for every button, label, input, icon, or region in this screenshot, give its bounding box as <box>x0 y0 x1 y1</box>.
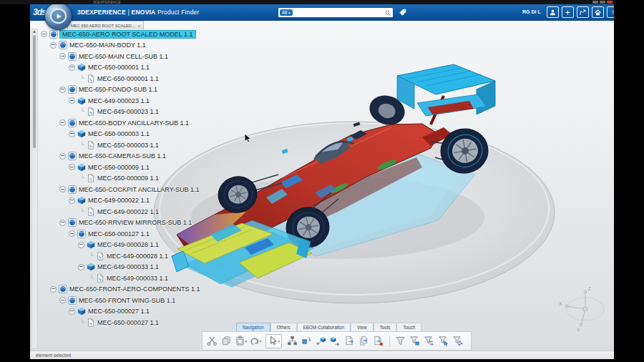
add-icon[interactable] <box>562 6 574 18</box>
select-cursor-dropdown-caret[interactable]: ▾ <box>278 339 280 343</box>
tree-expander[interactable] <box>68 131 75 137</box>
tree-expander[interactable] <box>59 186 66 192</box>
close-button[interactable] <box>607 1 613 4</box>
tree-expander[interactable] <box>59 220 66 226</box>
tree-row[interactable]: └MEC-650-000003 1.1 <box>40 140 200 151</box>
import-part-button[interactable] <box>328 335 342 348</box>
tree-row[interactable]: MEC-650-RRVIEW MIRRORS-SUB 1.1 <box>40 217 200 229</box>
product-icon <box>77 230 86 238</box>
maximize-button[interactable] <box>600 1 605 4</box>
tree-row[interactable]: └MEC-650-000027 1.1 <box>40 317 200 328</box>
filter-button[interactable] <box>394 335 407 348</box>
tree-expander[interactable] <box>59 87 66 93</box>
tree-row[interactable]: └MEC-649-000033 1.1 <box>40 273 200 284</box>
play-icon[interactable]: ▶ <box>50 9 67 24</box>
tree-row[interactable]: MEC-650-000027 1.1 <box>40 306 200 318</box>
tree-item-label: MEC-650-AERO ROOT SCALED MODEL 1.1 <box>60 31 195 38</box>
tree-item-label: MEC-650-000003 1.1 <box>97 142 159 149</box>
tree-row[interactable]: MEC-650-000003 1.1 <box>40 129 200 140</box>
replace-version-button[interactable] <box>300 335 313 348</box>
tree-row[interactable]: MEC-650-FRONT-AERO-COMPONENTS 1.1 <box>40 284 200 295</box>
filter-refresh-button[interactable] <box>422 335 436 348</box>
tree-expander[interactable] <box>68 308 75 315</box>
search-input[interactable] <box>293 9 384 16</box>
cut-button[interactable] <box>205 335 219 348</box>
copy-button[interactable] <box>220 335 233 348</box>
toolbar-tab-others[interactable]: Others <box>270 323 297 331</box>
tree-row[interactable]: MEC-650-MAIN CELL-SUB 1.1 <box>40 51 200 62</box>
tree-expander[interactable] <box>68 64 75 71</box>
tree-row[interactable]: MEC-649-000033 1.1 <box>40 262 200 273</box>
tree-row[interactable]: MEC-649-000022 1.1 <box>40 195 200 207</box>
tree-expander[interactable] <box>68 97 75 104</box>
tree-row[interactable]: MEC-650-BODY ANCILLARY-SUB 1.1 <box>40 117 200 129</box>
search-scope-dropdown[interactable]: All▾ <box>280 9 293 16</box>
tree-expander[interactable] <box>49 42 57 49</box>
tree-row[interactable]: MEC-649-000028 1.1 <box>40 240 200 251</box>
tree-row[interactable]: MEC-650-000001 1.1 <box>40 62 200 74</box>
undo-button[interactable]: ▾ <box>248 335 262 348</box>
tree-row[interactable]: MEC-649-000023 1.1 <box>40 95 200 107</box>
tree-expander[interactable] <box>40 31 47 37</box>
tree-structure-button[interactable] <box>286 335 299 348</box>
tree-row[interactable]: MEC-650-COCKPIT ANCILLARY-SUB 1.1 <box>40 184 200 195</box>
tree-connector: └ <box>87 253 94 259</box>
user-avatar-icon[interactable] <box>547 6 559 18</box>
tree-expander[interactable] <box>49 286 57 293</box>
export-page-button[interactable] <box>343 335 356 348</box>
filter-select-button[interactable] <box>436 335 450 348</box>
tree-row[interactable]: └MEC-650-000001 1.1 <box>40 73 200 84</box>
tree-row[interactable]: MEC-650-FRONT WING-SUB 1.1 <box>40 295 200 306</box>
filter-graph-button[interactable] <box>451 335 464 348</box>
tree-row[interactable]: MEC-650-MAIN-BODY 1.1 <box>40 40 200 52</box>
tree-row[interactable]: MEC-650-000127 1.1 <box>40 228 200 240</box>
tree-row[interactable]: └MEC-650-000009 1.1 <box>40 173 200 185</box>
toolbar-tab-navigation[interactable]: Navigation <box>236 323 270 331</box>
tree-row[interactable]: └MEC-649-000028 1.1 <box>40 250 200 262</box>
tree-row[interactable]: MEC-650-AERO ROOT SCALED MODEL 1.1 <box>40 29 200 40</box>
tag-icon[interactable] <box>398 7 407 16</box>
tree-expander[interactable] <box>77 264 84 270</box>
tree-row[interactable]: MEC-650-FONDO-SUB 1.1 <box>40 84 200 96</box>
toolbar-tab-tools[interactable]: Tools <box>374 323 397 331</box>
tree-connector: └ <box>77 209 84 215</box>
document-tab[interactable]: MEC 650 AERO ROOT SCALED... x <box>67 21 144 29</box>
tree-row[interactable]: └MEC-649-000022 1.1 <box>40 206 200 217</box>
paste-button[interactable]: ▾ <box>234 335 248 348</box>
tree-expander[interactable] <box>68 164 75 170</box>
export-page-alert-button[interactable] <box>371 335 385 348</box>
tree-expander[interactable] <box>59 53 66 59</box>
insert-product-button[interactable] <box>314 335 328 348</box>
toolbar-tab-view[interactable]: View <box>351 323 374 331</box>
tree-row[interactable]: └MEC-649-000023 1.1 <box>40 107 200 118</box>
tree-expander[interactable] <box>59 297 66 303</box>
share-icon[interactable] <box>577 6 589 18</box>
document-tab-label: MEC 650 AERO ROOT SCALED... <box>71 24 135 28</box>
global-search[interactable]: All▾ <box>278 7 394 18</box>
tab-close-button[interactable]: x <box>138 24 140 28</box>
duplicate-page-button[interactable] <box>357 335 371 348</box>
ground-platter <box>154 122 555 303</box>
tree-row[interactable]: MEC-650-000009 1.1 <box>40 162 200 173</box>
tree-item-label: MEC-650-000027 1.1 <box>97 319 159 326</box>
scroll-up-icon[interactable] <box>33 30 36 33</box>
scrollbar-thumb[interactable] <box>33 35 36 148</box>
search-icon[interactable] <box>384 9 391 16</box>
home-icon[interactable] <box>592 6 604 18</box>
minimize-button[interactable] <box>592 1 598 4</box>
help-icon[interactable]: ? <box>607 6 614 18</box>
tree-expander[interactable] <box>59 119 66 126</box>
tree-expander[interactable] <box>68 197 75 204</box>
undo-dropdown-caret[interactable]: ▾ <box>260 339 262 343</box>
tree-expander[interactable] <box>77 242 84 248</box>
user-name[interactable]: RG Di L <box>522 9 541 14</box>
tree-expander[interactable] <box>68 230 75 237</box>
filter-box-button[interactable] <box>408 335 421 348</box>
tree-row[interactable]: MEC-650-CAMERAS-SUB 1.1 <box>40 151 200 162</box>
paste-dropdown-caret[interactable]: ▾ <box>245 339 248 343</box>
toolbar-tab-ebom-collaboration[interactable]: EBOM Collaboration <box>297 323 351 331</box>
select-cursor-button[interactable]: ▾ <box>267 335 280 348</box>
tree-scrollbar[interactable] <box>31 29 38 349</box>
toolbar-tab-touch[interactable]: Touch <box>396 323 421 331</box>
tree-expander[interactable] <box>59 153 66 160</box>
